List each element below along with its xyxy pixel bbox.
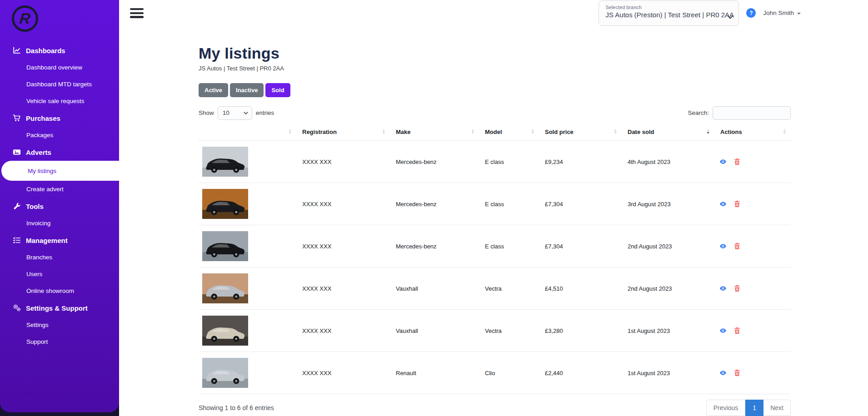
delete-listing-button[interactable] <box>733 242 741 250</box>
sidebar-section-tools[interactable]: Tools <box>0 198 119 215</box>
cell-make: Vauxhall <box>390 310 479 352</box>
eye-icon <box>719 243 727 249</box>
pagination-previous-button[interactable]: Previous <box>706 400 745 416</box>
vehicle-photo <box>202 316 248 346</box>
cell-make: Mercedes-benz <box>390 225 479 267</box>
pagination-page-1-button[interactable]: 1 <box>745 400 763 416</box>
trash-icon <box>733 200 741 207</box>
sidebar-item-dashboard-mtd-targets[interactable]: Dashboard MTD targets <box>0 76 119 93</box>
cell-sold-price: £3,280 <box>539 310 622 352</box>
delete-listing-button[interactable] <box>733 327 741 335</box>
eye-icon <box>719 158 727 165</box>
sidebar-item-packages[interactable]: Packages <box>0 127 119 144</box>
view-listing-button[interactable] <box>719 242 727 250</box>
sidebar-section-dashboards[interactable]: Dashboards <box>0 42 119 59</box>
tab-active[interactable]: Active <box>199 83 228 97</box>
sidebar-section-management[interactable]: Management <box>0 232 119 249</box>
eye-icon <box>719 327 727 334</box>
view-listing-button[interactable] <box>719 158 727 166</box>
branch-select-label: Selected branch <box>605 5 722 10</box>
entries-label: entries <box>256 109 274 116</box>
table-row: XXXX XXX Renault Clio £2,440 1st August … <box>199 352 791 394</box>
sidebar-section-label: Tools <box>26 203 44 210</box>
delete-listing-button[interactable] <box>733 284 741 292</box>
column-header-photo[interactable]: ▲▼ <box>199 124 296 141</box>
trash-icon <box>733 243 741 249</box>
user-name: John Smith <box>763 10 794 16</box>
table-header-row: ▲▼Registration▲▼Make▲▼Model▲▼Sold price▲… <box>199 124 791 141</box>
cell-sold-price: £7,304 <box>539 183 622 225</box>
sidebar-item-vehicle-sale-requests[interactable]: Vehicle sale requests <box>0 93 119 109</box>
eye-icon <box>719 200 727 207</box>
view-listing-button[interactable] <box>719 327 727 335</box>
column-header-registration[interactable]: Registration▲▼ <box>296 124 390 141</box>
sidebar-nav: DashboardsDashboard overviewDashboard MT… <box>0 36 119 350</box>
branch-select[interactable]: Selected branch JS Autos (Preston) | Tes… <box>599 0 739 26</box>
column-header-make[interactable]: Make▲▼ <box>390 124 479 141</box>
search-label: Search: <box>688 109 709 116</box>
sidebar-item-create-advert[interactable]: Create advert <box>0 181 119 198</box>
column-header-actions[interactable]: Actions▲▼ <box>714 124 791 141</box>
trash-icon <box>733 158 741 165</box>
cell-make: Vauxhall <box>390 267 479 310</box>
cell-registration: XXXX XXX <box>296 225 390 267</box>
pagination-next-button[interactable]: Next <box>763 400 791 416</box>
user-menu[interactable]: John Smith <box>763 10 801 16</box>
sidebar-item-settings[interactable]: Settings <box>0 317 119 333</box>
sidebar-section-label: Settings & Support <box>26 304 88 312</box>
cell-model: E class <box>479 225 539 267</box>
vehicle-photo <box>202 189 248 219</box>
table-row: XXXX XXX Mercedes-benz E class £7,304 2n… <box>199 225 791 267</box>
sidebar-item-users[interactable]: Users <box>0 266 119 282</box>
show-label: Show <box>199 109 214 116</box>
search-input[interactable] <box>713 106 791 120</box>
sidebar-item-invoicing[interactable]: Invoicing <box>0 215 119 232</box>
sidebar-section-purchases[interactable]: Purchases <box>0 109 119 127</box>
delete-listing-button[interactable] <box>733 369 741 377</box>
column-label: Registration <box>302 129 337 135</box>
column-label: Make <box>396 129 411 135</box>
cell-registration: XXXX XXX <box>296 183 390 225</box>
table-row: XXXX XXX Vauxhall Vectra £3,280 1st Augu… <box>199 310 791 352</box>
hamburger-menu-button[interactable] <box>130 8 144 18</box>
sidebar-item-online-showroom[interactable]: Online showroom <box>0 282 119 299</box>
cell-sold-price: £9,234 <box>539 141 622 183</box>
trash-icon <box>733 327 741 334</box>
wrench-icon <box>13 202 21 210</box>
view-listing-button[interactable] <box>719 200 727 208</box>
sidebar-section-label: Management <box>26 237 68 244</box>
cell-registration: XXXX XXX <box>296 141 390 183</box>
content: My listings JS Autos | Test Street | PR0… <box>119 26 868 416</box>
column-label: Actions <box>720 129 742 135</box>
cell-make: Renault <box>390 352 479 394</box>
sidebar-item-support[interactable]: Support <box>0 333 119 350</box>
sidebar-item-dashboard-overview[interactable]: Dashboard overview <box>0 59 119 76</box>
app-logo: R <box>0 0 119 36</box>
pagination: Previous 1 Next <box>706 400 791 416</box>
page-size-select[interactable]: 10 <box>218 106 252 120</box>
tab-sold[interactable]: Sold <box>265 83 290 97</box>
delete-listing-button[interactable] <box>733 200 741 208</box>
column-header-date-sold[interactable]: Date sold▲▼ <box>622 124 714 141</box>
trash-icon <box>733 369 741 376</box>
help-button[interactable]: ? <box>746 8 756 18</box>
sidebar-item-my-listings[interactable]: My listings <box>1 161 119 181</box>
view-listing-button[interactable] <box>719 284 727 292</box>
table-row: XXXX XXX Mercedes-benz E class £9,234 4t… <box>199 141 791 183</box>
cell-make: Mercedes-benz <box>390 141 479 183</box>
sidebar-section-settings-support[interactable]: Settings & Support <box>0 299 119 317</box>
tab-inactive[interactable]: Inactive <box>230 83 264 97</box>
delete-listing-button[interactable] <box>733 158 741 166</box>
column-header-model[interactable]: Model▲▼ <box>479 124 539 141</box>
cell-date-sold: 1st August 2023 <box>622 352 714 394</box>
column-header-sold-price[interactable]: Sold price▲▼ <box>539 124 622 141</box>
sidebar-item-branches[interactable]: Branches <box>0 249 119 266</box>
trash-icon <box>733 285 741 292</box>
cell-date-sold: 1st August 2023 <box>622 310 714 352</box>
cell-date-sold: 2nd August 2023 <box>622 225 714 267</box>
view-listing-button[interactable] <box>719 369 727 377</box>
column-label: Model <box>485 129 502 135</box>
sidebar-section-label: Purchases <box>26 114 60 122</box>
sidebar-section-adverts[interactable]: Adverts <box>0 144 119 161</box>
vehicle-photo <box>202 147 248 177</box>
